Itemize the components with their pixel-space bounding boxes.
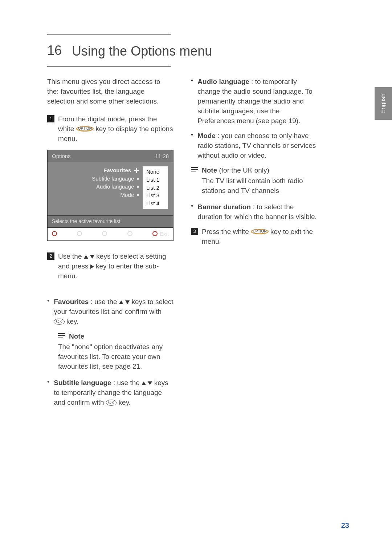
ok-key-icon: OK — [54, 319, 64, 325]
ring-red-icon — [52, 231, 57, 236]
bullet-audio-language: • Audio language : to temporarily change… — [191, 77, 319, 126]
bullet-mode: • Mode : you can choose to only have rad… — [191, 131, 319, 161]
step-number-2: 2 — [47, 252, 54, 260]
language-tab: English — [375, 87, 392, 120]
options-footer: Exit — [48, 227, 173, 240]
label-mode: Mode — [121, 191, 134, 199]
note-label: Note — [202, 166, 217, 174]
dot-icon — [137, 194, 139, 196]
note-2-text: The TV list will contain both radio stat… — [202, 176, 319, 196]
right-arrow-icon — [90, 264, 94, 269]
bullet-icon: • — [47, 297, 49, 327]
favourites-label: Favourites — [54, 298, 89, 306]
step-2: 2 Use the keys to select a setting and p… — [47, 252, 173, 281]
bullet-subtitle-language: • Subtitle language : use the keys to te… — [47, 378, 173, 408]
option-key-icon: OPTION — [251, 229, 268, 234]
label-audio: Audio language — [96, 183, 134, 191]
ring-icon — [127, 231, 132, 236]
step-1-text: From the digital mode, press the white O… — [58, 114, 173, 144]
ring-icon — [77, 231, 82, 236]
step-3-prefix: Press the white — [202, 228, 251, 235]
audio-language-label: Audio language — [197, 78, 249, 85]
intro-text: This menu gives you direct access to the… — [47, 77, 173, 106]
page-number: 23 — [341, 521, 349, 530]
ok-key-icon: OK — [106, 400, 117, 406]
mode-text: : you can choose to only have radio stat… — [197, 132, 316, 159]
note-2-suffix: (for the UK only) — [217, 166, 269, 174]
option-key-icon: OPTION — [76, 126, 94, 132]
exit-label: Exit — [160, 230, 169, 238]
bullet-icon: • — [191, 202, 193, 222]
note-icon — [191, 167, 198, 172]
value-list3: List 3 — [146, 191, 159, 199]
section-number: 16 — [47, 43, 62, 58]
banner-duration-label: Banner duration — [197, 203, 251, 211]
note-1-text: The "none" option deactivates any favour… — [58, 342, 173, 372]
options-labels: Favourites Subtitle language Audio langu… — [53, 166, 139, 209]
dot-icon — [137, 178, 139, 180]
step-1: 1 From the digital mode, press the white… — [47, 114, 173, 144]
up-arrow-icon — [119, 300, 123, 304]
ring-icon — [102, 231, 107, 236]
value-list1: List 1 — [146, 176, 159, 184]
down-arrow-icon — [90, 255, 94, 259]
step-2-text: Use the keys to select a setting and pre… — [58, 252, 173, 281]
page: 16 Using the Options menu This menu give… — [0, 0, 392, 427]
down-arrow-icon — [125, 300, 130, 304]
options-time: 11:28 — [155, 152, 169, 160]
label-favourites: Favourites — [103, 166, 131, 175]
mode-label: Mode — [197, 132, 216, 139]
dpad-icon — [134, 168, 139, 173]
bullet-icon: • — [191, 77, 193, 126]
dot-icon — [137, 186, 139, 188]
bullet-icon: • — [47, 378, 49, 408]
label-subtitle: Subtitle language — [92, 175, 134, 183]
down-arrow-icon — [148, 381, 152, 385]
bullet-banner-duration: • Banner duration : to select the durati… — [191, 202, 319, 222]
section-heading: 16 Using the Options menu — [47, 35, 352, 66]
language-tab-label: English — [380, 93, 387, 114]
ring-red-icon — [152, 231, 158, 236]
options-header: Options 11:28 — [48, 150, 173, 162]
subtitle-language-label: Subtitle language — [54, 379, 111, 387]
step-3-text: Press the white OPTION key to exit the m… — [202, 227, 319, 247]
right-column: • Audio language : to temporarily change… — [191, 77, 319, 413]
up-arrow-icon — [142, 381, 146, 385]
step-number-1: 1 — [47, 115, 54, 122]
bullet-icon: • — [191, 131, 193, 161]
step-3: 3 Press the white OPTION key to exit the… — [191, 227, 319, 247]
value-list2: List 2 — [146, 184, 159, 192]
value-none: None — [146, 168, 159, 176]
options-title: Options — [52, 152, 71, 160]
bullet-favourites: • Favourites : use the keys to select yo… — [47, 297, 173, 327]
value-list4: List 4 — [146, 199, 159, 207]
note-label: Note — [69, 332, 84, 341]
note-icon — [58, 333, 65, 338]
options-hint: Selects the active favourite list — [48, 215, 173, 227]
options-values: None List 1 List 2 List 3 List 4 — [143, 166, 168, 209]
section-title: Using the Options menu — [72, 43, 212, 59]
left-column: This menu gives you direct access to the… — [47, 77, 173, 413]
options-panel: Options 11:28 Favourites Subtitle langua… — [47, 150, 173, 241]
up-arrow-icon — [84, 255, 88, 259]
step-number-3: 3 — [191, 228, 198, 235]
